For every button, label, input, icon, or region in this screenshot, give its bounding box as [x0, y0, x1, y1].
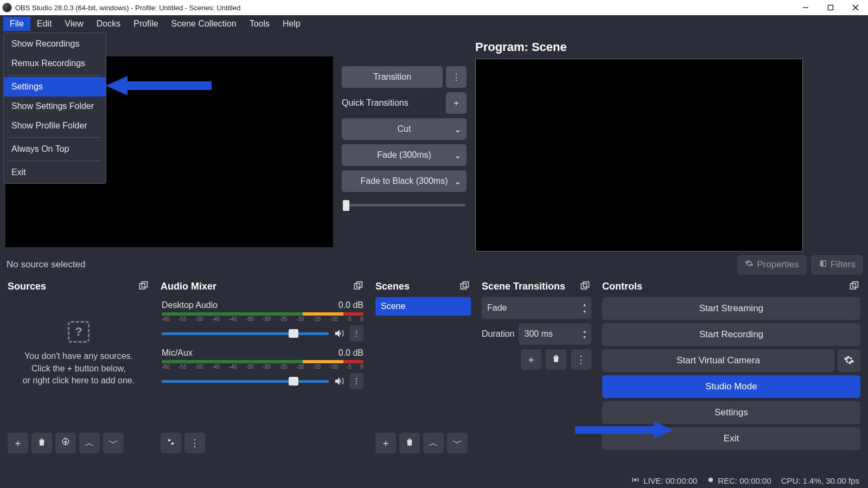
transition-properties-button[interactable]: ⋮ — [571, 349, 591, 370]
menu-item-show-recordings[interactable]: Show Recordings — [4, 34, 106, 54]
start-recording-button[interactable]: Start Recording — [602, 323, 860, 346]
menu-help[interactable]: Help — [276, 17, 307, 31]
virtual-camera-settings-button[interactable] — [838, 349, 860, 372]
menu-tools[interactable]: Tools — [243, 17, 276, 31]
sources-empty-state[interactable]: ? You don't have any sources. Click the … — [8, 297, 150, 411]
svg-rect-16 — [581, 284, 586, 289]
quick-transition-cut[interactable]: Cut ⌄ — [342, 118, 467, 140]
window-close-button[interactable] — [843, 0, 868, 15]
docks-row: Sources ? You don't have any sources. Cl… — [0, 278, 868, 457]
studio-mode-button[interactable]: Studio Mode — [602, 375, 860, 398]
svg-point-9 — [65, 440, 67, 443]
move-scene-up-button[interactable]: ︿ — [423, 433, 444, 453]
remove-source-button[interactable] — [31, 433, 52, 453]
menu-separator — [9, 160, 100, 161]
start-streaming-button[interactable]: Start Streaming — [602, 297, 860, 320]
mixer-channel-mic-aux: Mic/Aux 0.0 dB -60-55-50-45-40-35-30-25-… — [161, 345, 365, 393]
source-settings-button[interactable] — [55, 433, 76, 453]
tbar-slider[interactable] — [343, 204, 465, 207]
menu-item-show-profile-folder[interactable]: Show Profile Folder — [4, 116, 106, 136]
filters-button[interactable]: Filters — [812, 255, 863, 274]
transition-select[interactable]: Fade ▴▾ — [482, 297, 591, 319]
menu-item-remux-recordings[interactable]: Remux Recordings — [4, 54, 106, 73]
move-scene-down-button[interactable]: ﹀ — [447, 433, 468, 453]
menu-profile[interactable]: Profile — [127, 17, 164, 31]
quick-transition-fade-to-black[interactable]: Fade to Black (300ms) ⌄ — [342, 170, 467, 192]
sources-panel: Sources ? You don't have any sources. Cl… — [4, 278, 153, 457]
menu-item-always-on-top[interactable]: Always On Top — [4, 139, 106, 159]
gear-icon — [844, 355, 854, 367]
status-live: LIVE: 00:00:00 — [630, 475, 697, 486]
transition-options-button[interactable]: ⋮ — [446, 66, 467, 88]
menu-file[interactable]: File — [3, 17, 30, 31]
channel-options-button[interactable]: ⋮ — [349, 325, 363, 342]
remove-scene-button[interactable] — [399, 433, 420, 453]
context-row: No source selected Properties Filters — [0, 255, 868, 278]
record-icon — [707, 476, 714, 485]
add-transition-button[interactable]: ＋ — [521, 349, 541, 370]
menu-item-exit[interactable]: Exit — [4, 163, 106, 182]
program-canvas[interactable] — [475, 59, 803, 252]
properties-button[interactable]: Properties — [738, 255, 806, 274]
sources-title: Sources — [8, 281, 46, 292]
window-maximize-button[interactable] — [818, 0, 843, 15]
scene-item[interactable]: Scene — [375, 297, 471, 316]
scenes-title: Scenes — [375, 281, 410, 292]
dots-vertical-icon: ⋮ — [452, 72, 461, 82]
properties-label: Properties — [757, 259, 799, 270]
statusbar: LIVE: 00:00:00 REC: 00:00:00 CPU: 1.4%, … — [0, 473, 868, 488]
chevron-down-icon: ﹀ — [452, 436, 462, 450]
transition-button[interactable]: Transition — [342, 66, 443, 88]
menu-item-show-settings-folder[interactable]: Show Settings Folder — [4, 97, 106, 116]
svg-point-12 — [168, 439, 171, 441]
advanced-audio-button[interactable] — [161, 433, 181, 453]
menu-edit[interactable]: Edit — [30, 17, 59, 31]
preview-row: Transition ⋮ Quick Transitions ＋ Cut ⌄ F… — [0, 33, 868, 255]
add-source-button[interactable]: ＋ — [8, 433, 28, 453]
volume-thumb[interactable] — [289, 329, 298, 338]
quick-transition-label: Fade (300ms) — [377, 150, 431, 160]
duration-input[interactable]: 300 ms ▴▾ — [519, 323, 591, 345]
add-scene-button[interactable]: ＋ — [375, 433, 396, 453]
chevron-up-icon: ︿ — [85, 436, 94, 450]
remove-transition-button[interactable] — [546, 349, 566, 370]
quick-transitions-label: Quick Transitions — [342, 92, 443, 114]
scene-transitions-title: Scene Transitions — [482, 281, 565, 292]
menu-view[interactable]: View — [58, 17, 90, 31]
audio-mixer-panel: Audio Mixer Desktop Audio 0.0 dB -60-55-… — [157, 278, 368, 457]
quick-transition-fade[interactable]: Fade (300ms) ⌄ — [342, 144, 467, 166]
popout-icon[interactable] — [579, 281, 590, 292]
window-controls — [793, 0, 868, 15]
popout-icon[interactable] — [138, 281, 149, 292]
volume-slider[interactable] — [162, 332, 329, 335]
svg-point-21 — [635, 479, 636, 480]
plus-icon: ＋ — [13, 436, 23, 450]
speaker-icon[interactable] — [333, 328, 345, 339]
gears-icon — [166, 437, 176, 450]
audio-mixer-options-button[interactable]: ⋮ — [184, 433, 205, 453]
popout-icon[interactable] — [459, 281, 470, 292]
volume-slider[interactable] — [162, 380, 329, 383]
speaker-icon[interactable] — [333, 375, 345, 387]
popout-icon[interactable] — [848, 281, 859, 292]
svg-rect-6 — [823, 260, 826, 266]
tbar-thumb[interactable] — [343, 200, 349, 211]
start-virtual-camera-button[interactable]: Start Virtual Camera — [602, 349, 834, 372]
move-source-down-button[interactable]: ﹀ — [103, 433, 124, 453]
add-quick-transition-button[interactable]: ＋ — [446, 92, 467, 114]
popout-icon[interactable] — [353, 281, 363, 292]
menu-docks[interactable]: Docks — [90, 17, 127, 31]
dots-vertical-icon: ⋮ — [353, 377, 360, 386]
annotation-arrow-to-menu-settings — [106, 75, 214, 97]
menu-scene-collection[interactable]: Scene Collection — [165, 17, 243, 31]
volume-thumb[interactable] — [289, 377, 298, 386]
window-minimize-button[interactable] — [793, 0, 818, 15]
trash-icon — [405, 437, 414, 450]
program-column: Program: Scene — [475, 37, 863, 252]
scenes-panel: Scenes Scene ＋ ︿ ﹀ — [372, 278, 474, 457]
no-source-selected-label: No source selected — [5, 259, 86, 270]
channel-options-button[interactable]: ⋮ — [349, 373, 363, 389]
move-source-up-button[interactable]: ︿ — [79, 433, 100, 453]
menu-item-settings[interactable]: Settings — [4, 77, 106, 97]
missing-source-icon: ? — [68, 321, 90, 343]
